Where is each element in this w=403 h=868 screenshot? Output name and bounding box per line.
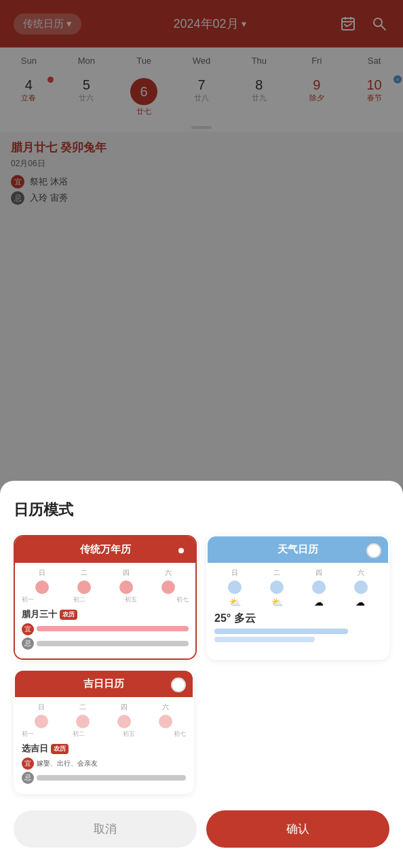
calendar-mode-modal: 日历模式 传统万年历 日 二 四 六 [0, 481, 403, 868]
mode-card-weather[interactable]: 天气日历 日 二 四 六 [206, 535, 389, 660]
modal-title: 日历模式 [14, 500, 389, 520]
card-title-lucky: 吉日日历 [83, 677, 124, 689]
cancel-button[interactable]: 取消 [14, 810, 197, 848]
radio-traditional[interactable] [174, 543, 189, 558]
modal-actions: 取消 确认 [14, 810, 389, 848]
card-ji-icon: 忌 [22, 637, 34, 650]
radio-lucky[interactable] [171, 677, 186, 692]
weather-icon-3: ☁ [298, 597, 340, 608]
card-title-weather: 天气日历 [277, 543, 318, 555]
weather-icon-4: ☁ [340, 597, 382, 608]
card-header-weather: 天气日历 [208, 536, 388, 563]
mode-options-grid: 传统万年历 日 二 四 六 初 [14, 535, 389, 660]
card-title-traditional: 传统万年历 [80, 543, 131, 555]
card-yi-icon: 宜 [22, 623, 34, 635]
confirm-button[interactable]: 确认 [206, 810, 389, 848]
card-header-traditional: 传统万年历 [15, 536, 195, 563]
card-body-lucky: 日 二 四 六 初一 初二 初五 初七 [15, 697, 193, 793]
weather-icon-1: ⛅ [214, 597, 256, 608]
card-body-traditional: 日 二 四 六 初一 初二 初五 初七 [15, 563, 195, 658]
mode-card-traditional[interactable]: 传统万年历 日 二 四 六 初 [14, 535, 197, 660]
mode-card-lucky[interactable]: 吉日日历 日 二 四 六 初一 [14, 669, 194, 794]
lucky-row: 吉日日历 日 二 四 六 初一 [14, 669, 389, 794]
card-header-lucky: 吉日日历 [15, 671, 193, 697]
modal-overlay[interactable]: 日历模式 传统万年历 日 二 四 六 [0, 0, 403, 868]
radio-weather[interactable] [366, 543, 381, 558]
card-dots-traditional [22, 580, 189, 594]
weather-icon-2: ⛅ [256, 597, 299, 608]
card-lunar-date: 腊月三十 农历 [22, 608, 189, 620]
card-weekdays-traditional: 日 二 四 六 [22, 568, 189, 578]
card-body-weather: 日 二 四 六 ⛅ ⛅ ☁ [208, 563, 388, 649]
weather-temp: 25° 多云 [214, 612, 381, 626]
